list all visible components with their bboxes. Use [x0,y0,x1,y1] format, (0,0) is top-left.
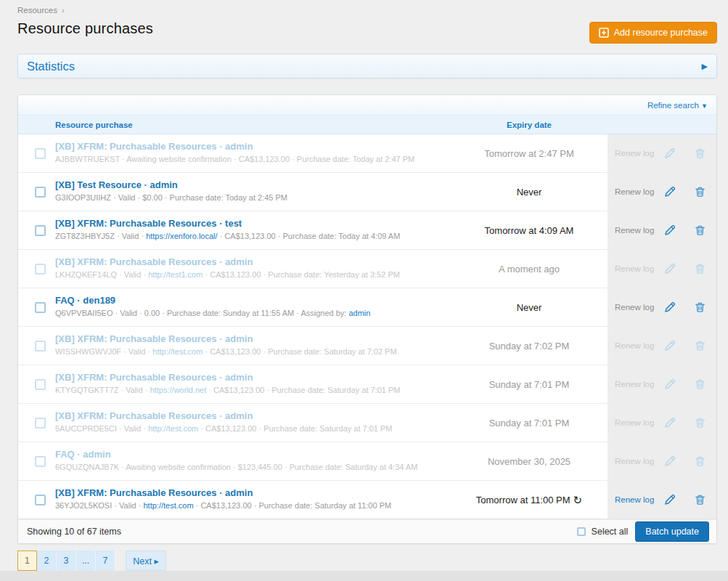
table-row: [XB] XFRM: Purchasable Resources · admin… [18,250,716,288]
purchaser-name: admin [150,179,178,190]
refine-search-link[interactable]: Refine search ▼ [647,101,708,110]
meta-link[interactable]: http://test.com [152,347,203,356]
row-checkbox[interactable] [35,148,46,159]
resource-purchase-title-link[interactable]: [XB] XFRM: Purchasable Resources · admin [55,333,451,344]
row-checkbox[interactable] [35,302,46,313]
renew-log-link[interactable]: Renew log [615,303,656,312]
resource-name: FAQ [55,295,75,306]
resource-purchase-title-link[interactable]: [XB] XFRM: Purchasable Resources · admin [55,410,451,421]
delete-trash-icon[interactable] [684,262,706,275]
breadcrumb-item-resources[interactable]: Resources [17,6,57,15]
delete-trash-icon[interactable] [684,301,706,314]
resource-name: [XB] XFRM: Purchasable Resources [55,372,217,383]
delete-trash-icon[interactable] [684,224,706,237]
pagination-next-button[interactable]: Next ▸ [126,550,166,571]
purchaser-name: admin [225,410,253,421]
meta-link[interactable]: https://world.net [150,386,207,394]
table-row: [XB] XFRM: Purchasable Resources · admin… [18,134,716,173]
renew-log-link[interactable]: Renew log [615,187,656,196]
delete-trash-icon[interactable] [684,378,706,391]
renew-log-link[interactable]: Renew log [615,226,656,235]
purchase-meta: G3IOOP3UIIHZ · Valid · $0.00 · Purchase … [55,193,451,202]
edit-pencil-icon[interactable] [656,185,684,198]
expiry-date: Sunday at 7:01 PM [451,365,608,403]
renew-log-link[interactable]: Renew log [615,149,656,158]
add-resource-purchase-button[interactable]: Add resource purchase [589,22,717,44]
select-all-checkbox[interactable] [577,527,586,536]
renew-log-link[interactable]: Renew log [615,380,656,389]
statistics-toggle[interactable]: Statistics ▶ [17,54,717,78]
purchaser-name: admin [225,487,253,498]
renew-log-link[interactable]: Renew log [615,418,656,427]
edit-pencil-icon[interactable] [656,493,684,506]
meta-link[interactable]: http://test.com [144,501,194,510]
renew-log-link[interactable]: Renew log [615,457,656,466]
row-checkbox[interactable] [35,341,46,352]
meta-link[interactable]: admin [348,309,370,317]
recurring-renewal-icon: ↻ [573,495,583,505]
resource-purchase-title-link[interactable]: FAQ · den189 [55,295,451,306]
delete-trash-icon[interactable] [684,147,706,160]
table-row: FAQ · den189Q6VPVBAII5EO · Valid · 0.00 … [18,288,716,327]
renew-log-link[interactable]: Renew log [615,341,656,350]
resource-name: [XB] XFRM: Purchasable Resources [55,218,217,229]
resource-purchase-title-link[interactable]: [XB] XFRM: Purchasable Resources · admin [55,487,451,498]
delete-trash-icon[interactable] [684,339,706,352]
edit-pencil-icon[interactable] [656,224,684,237]
pagination-page-2[interactable]: 2 [37,550,57,571]
edit-pencil-icon[interactable] [656,262,684,275]
resource-name: [XB] XFRM: Purchasable Resources [55,333,217,344]
meta-link[interactable]: https://xenforo.local/ [146,232,217,240]
pagination: 123...7Next ▸ [17,550,717,571]
resource-name: [XB] Test Resource [55,179,142,190]
row-checkbox[interactable] [35,495,46,505]
table-row: [XB] XFRM: Purchasable Resources · testZ… [18,211,716,250]
row-checkbox[interactable] [35,264,46,275]
edit-pencil-icon[interactable] [656,455,684,468]
batch-update-button[interactable]: Batch update [635,521,709,542]
edit-pencil-icon[interactable] [656,339,684,352]
pagination-page-1[interactable]: 1 [17,550,37,571]
pagination-page-7[interactable]: 7 [96,550,115,571]
row-checkbox[interactable] [35,418,46,428]
purchase-meta: AJBBWTRUEKST · Awaiting website confirma… [55,155,451,163]
edit-pencil-icon[interactable] [656,416,684,429]
delete-trash-icon[interactable] [684,416,706,429]
renew-log-link[interactable]: Renew log [615,264,656,273]
resource-purchase-title-link[interactable]: [XB] Test Resource · admin [55,179,451,190]
edit-pencil-icon[interactable] [656,147,684,160]
resource-purchase-title-link[interactable]: [XB] XFRM: Purchasable Resources · admin [55,372,451,383]
edit-pencil-icon[interactable] [656,378,684,391]
edit-pencil-icon[interactable] [656,301,684,314]
purchaser-name: admin [225,372,253,383]
meta-link[interactable]: http://test.com [148,424,198,433]
resource-purchase-title-link[interactable]: [XB] XFRM: Purchasable Resources · admin [55,256,451,267]
resource-purchase-title-link[interactable]: FAQ · admin [55,449,451,460]
delete-trash-icon[interactable] [684,493,706,506]
table-row: [XB] XFRM: Purchasable Resources · admin… [18,404,716,442]
row-checkbox[interactable] [35,225,46,236]
renew-log-link[interactable]: Renew log [615,495,656,504]
resource-name: FAQ [55,449,75,460]
meta-link[interactable]: http://test1.com [148,270,203,279]
column-header-resource-purchase[interactable]: Resource purchase [49,121,451,129]
row-checkbox[interactable] [35,379,46,390]
purchase-meta: LKHZQKEF14LQ · Valid · http://test1.com … [55,270,451,279]
expiry-date: Never [451,173,608,211]
select-all-control[interactable]: Select all [577,527,629,537]
purchaser-name: den189 [83,295,115,306]
delete-trash-icon[interactable] [684,455,706,468]
purchaser-name: test [225,218,242,229]
statistics-label: Statistics [27,60,75,73]
delete-trash-icon[interactable] [684,185,706,198]
row-checkbox[interactable] [35,187,46,198]
pagination-page-3[interactable]: 3 [57,550,76,571]
purchase-meta: WISSHWGWVJ0F · Valid · http://test.com ·… [55,347,451,356]
resource-purchase-title-link[interactable]: [XB] XFRM: Purchasable Resources · admin [55,141,451,152]
row-checkbox[interactable] [35,456,46,467]
pagination-ellipsis: ... [76,550,96,571]
column-header-expiry-date[interactable]: Expiry date [451,121,608,129]
expiry-date: Tomorrow at 11:00 PM↻ [451,481,608,519]
expiry-date: Sunday at 7:02 PM [451,327,608,365]
resource-purchase-title-link[interactable]: [XB] XFRM: Purchasable Resources · test [55,218,451,229]
